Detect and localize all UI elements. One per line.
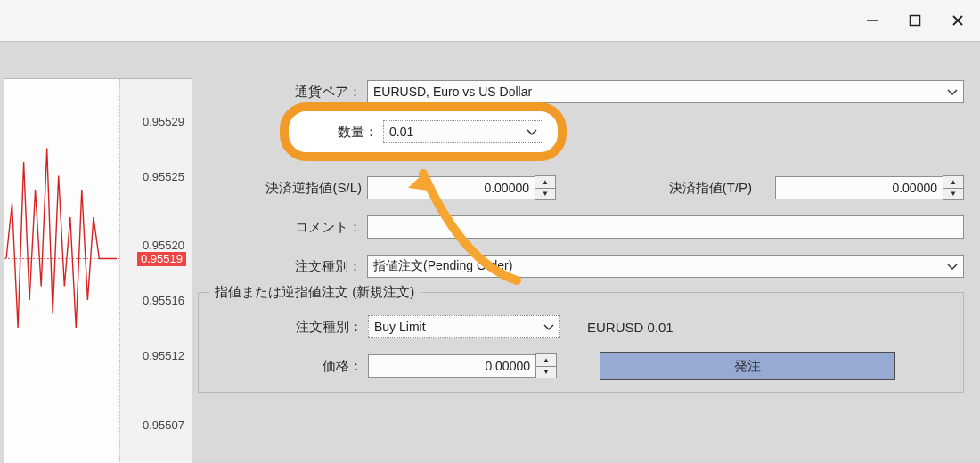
row-price: 価格： 0.00000 ▲▼ 発注 [199,353,963,379]
comment-label: コメント： [198,219,367,236]
y-tick: 0.95529 [143,114,184,127]
y-tick: 0.95525 [143,169,184,183]
y-tick: 0.95520 [143,239,184,252]
maximize-icon [909,14,921,27]
order-summary: EURUSD 0.01 [576,320,674,335]
current-price-tag: 0.95519 [137,252,186,266]
window-minimize-button[interactable] [852,5,893,36]
pending-type-label: 注文種別： [199,319,368,336]
pending-order-fieldset: 指値または逆指値注文 (新規注文) 注文種別： Buy Limit EURUSD… [198,292,964,393]
volume-dropdown-value: 0.01 [389,125,413,139]
pending-legend: 指値または逆指値注文 (新規注文) [209,284,420,301]
order-type-value: 指値注文(Pending Order) [373,258,512,274]
price-chart [4,79,120,463]
row-sl-tp: 決済逆指値(S/L) 0.00000 ▲▼ 決済指値(T/P) 0.00000 … [198,175,964,201]
pending-type-value: Buy Limit [374,320,426,334]
close-icon [951,14,964,27]
sl-label: 決済逆指値(S/L) [198,180,367,197]
window-close-button[interactable] [937,5,978,36]
sl-spinner[interactable]: ▲▼ [535,175,556,200]
row-order-type: 注文種別： 指値注文(Pending Order) [198,253,964,280]
row-pending-type: 注文種別： Buy Limit EURUSD 0.01 [199,313,963,340]
chevron-down-icon [947,85,958,99]
price-input-wrap: 0.00000 ▲▼ [368,353,557,378]
tp-input-wrap: 0.00000 ▲▼ [775,175,964,200]
symbol-dropdown-value: EURUSD, Euro vs US Dollar [373,85,532,99]
place-order-button[interactable]: 発注 [600,352,895,380]
chart-y-axis: 0.955290.955250.955200.955160.955120.955… [119,79,192,463]
symbol-label: 通貨ペア： [198,84,367,101]
price-label: 価格： [199,358,368,375]
chevron-down-icon [543,320,554,334]
tp-spinner[interactable]: ▲▼ [943,175,964,200]
pending-type-dropdown[interactable]: Buy Limit [368,315,560,338]
tp-label: 決済指値(T/P) [669,180,759,197]
price-spinner[interactable]: ▲▼ [535,353,557,378]
order-type-dropdown[interactable]: 指値注文(Pending Order) [367,255,964,278]
tick-chart-panel: 0.955290.955250.955200.955160.955120.955… [4,78,192,463]
price-input[interactable]: 0.00000 [368,354,535,378]
window-titlebar [0,0,980,42]
y-tick: 0.95512 [143,349,184,362]
svg-rect-1 [911,16,920,26]
row-symbol: 通貨ペア： EURUSD, Euro vs US Dollar [198,78,964,105]
window-maximize-button[interactable] [894,5,935,36]
chevron-down-icon [947,259,958,273]
tp-input[interactable]: 0.00000 [775,176,943,199]
symbol-dropdown[interactable]: EURUSD, Euro vs US Dollar [367,80,964,103]
chevron-down-icon [527,125,537,139]
y-tick: 0.95507 [143,418,184,431]
callout-volume-label: 数量： [303,124,383,141]
sl-input[interactable]: 0.00000 [367,176,535,199]
row-comment: コメント： [198,214,964,240]
minimize-icon [866,14,878,27]
volume-dropdown[interactable]: 0.01 [383,120,543,143]
y-tick: 0.95516 [143,294,184,307]
comment-input[interactable] [367,215,964,239]
order-type-label: 注文種別： [198,258,367,275]
volume-highlight-callout: 数量： 0.01 [280,102,567,161]
sl-input-wrap: 0.00000 ▲▼ [367,175,556,200]
